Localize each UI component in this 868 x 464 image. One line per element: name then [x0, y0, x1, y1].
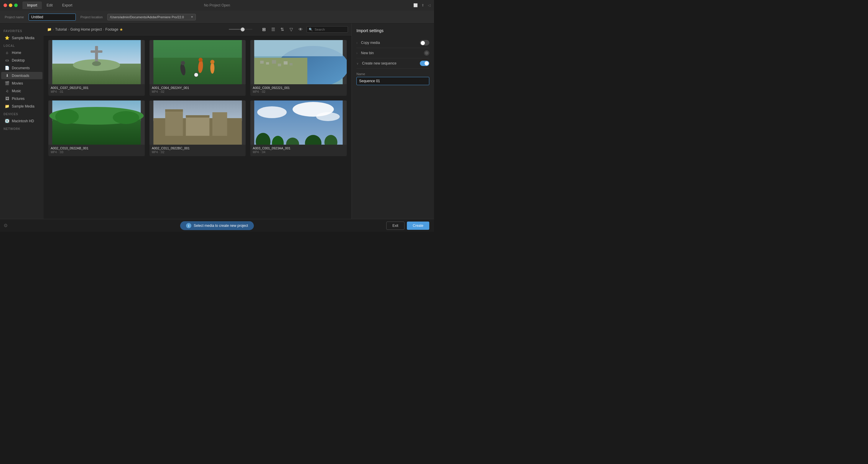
- sidebar-item-downloads[interactable]: ⬇ Downloads: [1, 72, 42, 79]
- share-icon[interactable]: ⬆: [421, 3, 424, 7]
- minimize-button[interactable]: [9, 3, 12, 7]
- sidebar-item-desktop[interactable]: ▭ Desktop: [1, 57, 42, 64]
- toggle-circle-sequence: [425, 61, 429, 65]
- breadcrumb-going-home[interactable]: Going Home project: [70, 27, 102, 32]
- svg-point-29: [113, 111, 139, 124]
- sidebar-item-documents[interactable]: 📄 Documents: [1, 64, 42, 72]
- thumbnail-size-slider[interactable]: [229, 29, 252, 30]
- media-thumbnail: [150, 40, 246, 84]
- search-input[interactable]: [307, 26, 348, 33]
- tab-export[interactable]: Export: [58, 1, 77, 9]
- media-meta: MP4 · :03: [51, 151, 143, 154]
- new-bin-toggle[interactable]: [424, 51, 429, 56]
- gear-icon[interactable]: ⚙: [3, 223, 8, 228]
- toggle-circle: [421, 41, 425, 45]
- status-banner: i Select media to create new project: [180, 221, 254, 230]
- new-bin-chevron[interactable]: ›: [356, 52, 357, 55]
- toggle-circle-new-bin: [425, 51, 428, 55]
- svg-rect-4: [91, 51, 102, 53]
- maximize-button[interactable]: [14, 3, 18, 7]
- media-card[interactable]: A001_C037_0921FG_001 MP4 · :01: [49, 40, 145, 96]
- close-button[interactable]: [3, 3, 7, 7]
- sidebar-item-movies[interactable]: 🎬 Movies: [1, 79, 42, 87]
- media-name: A003_C001_0923AA_001: [253, 146, 344, 150]
- favorites-section-label: Favorites: [0, 27, 44, 34]
- sidebar-item-home[interactable]: ⌂ Home: [1, 49, 42, 56]
- media-card[interactable]: A001_C064_09224Y_001 MP4 · :02: [150, 40, 246, 96]
- media-card[interactable]: A003_C001_0923AA_001 MP4 · :04: [250, 100, 347, 156]
- thumbnail-size-slider-wrapper: [229, 29, 258, 30]
- media-name: A001_C064_09224Y_001: [152, 86, 244, 90]
- project-bar: Project name Project location /Users/adm…: [0, 10, 434, 24]
- sort-button[interactable]: ⇅: [279, 26, 286, 33]
- svg-rect-22: [284, 61, 288, 65]
- create-button[interactable]: Create: [407, 222, 429, 230]
- list-view-button[interactable]: ☰: [270, 26, 277, 33]
- favorite-star-icon[interactable]: ★: [119, 27, 123, 32]
- pictures-icon: 🖼: [5, 96, 9, 101]
- media-name: A002_C011_0922BC_001: [152, 146, 244, 150]
- svg-point-5: [92, 61, 101, 66]
- copy-media-chevron[interactable]: ›: [356, 41, 357, 44]
- sidebar-item-label: Macintosh HD: [12, 119, 34, 123]
- sidebar-item-sample-media-fav[interactable]: ⭐ Sample Media: [1, 34, 42, 41]
- media-thumbnail: [150, 100, 246, 145]
- project-location-select[interactable]: /Users/admin/Documents/Adobe/Premiere Pr…: [107, 14, 196, 20]
- sidebar-item-macintosh-hd[interactable]: 💽 Macintosh HD: [1, 117, 42, 125]
- bottom-bar: ⚙ i Select media to create new project E…: [0, 219, 434, 232]
- media-thumbnail: [250, 100, 347, 145]
- tab-import[interactable]: Import: [22, 1, 42, 9]
- preview-button[interactable]: 👁: [297, 26, 304, 33]
- sequence-name-input[interactable]: [356, 77, 429, 85]
- sidebar-item-label: Movies: [12, 81, 23, 86]
- sidebar-item-label: Desktop: [12, 58, 25, 62]
- svg-rect-24: [254, 40, 343, 56]
- content-toolbar: 📁 › Tutorial › Going Home project › Foot…: [44, 24, 351, 35]
- create-sequence-toggle[interactable]: [420, 61, 429, 66]
- new-bin-row: › New bin: [356, 48, 429, 58]
- copy-media-toggle[interactable]: [420, 40, 429, 45]
- svg-point-10: [210, 62, 214, 74]
- fullscreen-icon[interactable]: ⬜: [413, 3, 418, 7]
- copy-media-row: › Copy media: [356, 38, 429, 48]
- create-sequence-label: Create new sequence: [362, 61, 417, 65]
- media-meta: MP4 · :01: [51, 90, 143, 93]
- drive-icon: 💽: [5, 119, 9, 123]
- sidebar-item-label: Music: [12, 89, 21, 93]
- expand-icon[interactable]: ◁: [428, 3, 431, 7]
- media-meta: MP4 · :02: [152, 90, 244, 93]
- local-section-label: Local: [0, 42, 44, 48]
- media-info: A003_C001_0923AA_001 MP4 · :04: [250, 145, 347, 156]
- breadcrumb-footage[interactable]: Footage: [105, 27, 118, 32]
- devices-section-label: Devices: [0, 110, 44, 117]
- media-name: A002_C009_092221_001: [253, 86, 344, 90]
- exit-button[interactable]: Exit: [386, 222, 404, 230]
- svg-point-13: [210, 60, 214, 64]
- search-wrapper: 🔍: [307, 26, 348, 33]
- media-card[interactable]: A002_C011_0922BC_001 MP4 · :02: [150, 100, 246, 156]
- svg-rect-34: [212, 112, 227, 136]
- traffic-lights: [3, 3, 18, 7]
- folder-icon: 📁: [5, 104, 9, 108]
- media-card[interactable]: A002_C010_0922AB_001 MP4 · :03: [49, 100, 145, 156]
- content-wrapper: 📁 › Tutorial › Going Home project › Foot…: [44, 24, 351, 219]
- sidebar-item-music[interactable]: ♫ Music: [1, 87, 42, 95]
- create-sequence-chevron[interactable]: ∨: [356, 62, 359, 65]
- project-location-label: Project location: [81, 15, 102, 19]
- import-settings-panel: Import settings › Copy media › New bin ∨…: [351, 24, 434, 219]
- svg-point-12: [198, 58, 203, 62]
- sidebar-item-pictures[interactable]: 🖼 Pictures: [1, 95, 42, 102]
- media-card[interactable]: A002_C009_092221_001 MP4 · :02: [250, 40, 347, 96]
- content-area: 📁 › Tutorial › Going Home project › Foot…: [44, 24, 351, 219]
- project-name-input[interactable]: [29, 13, 76, 21]
- sidebar-item-sample-media[interactable]: 📁 Sample Media: [1, 102, 42, 110]
- info-icon: i: [186, 223, 191, 228]
- filter-button[interactable]: ▽: [288, 26, 294, 33]
- tab-edit[interactable]: Edit: [42, 1, 58, 9]
- breadcrumb-tutorial[interactable]: Tutorial: [55, 27, 67, 32]
- breadcrumb-home-icon[interactable]: 📁: [47, 27, 52, 32]
- svg-rect-7: [153, 40, 242, 58]
- svg-point-11: [181, 61, 185, 65]
- media-thumbnail: [250, 40, 347, 84]
- grid-view-button[interactable]: ⊞: [261, 26, 268, 33]
